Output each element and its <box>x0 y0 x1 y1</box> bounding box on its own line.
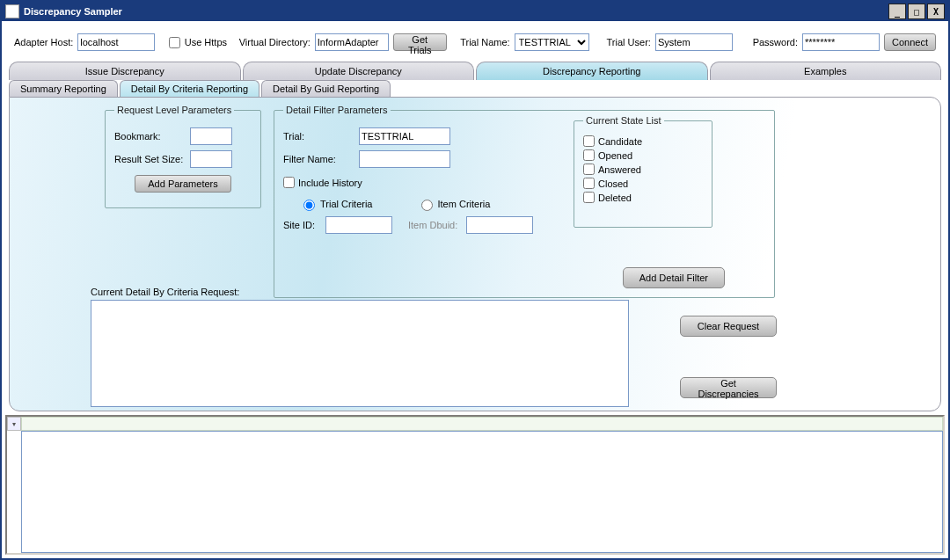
subtab-summary-reporting[interactable]: Summary Reporting <box>9 80 118 97</box>
state-closed-label: Closed <box>598 178 628 189</box>
current-state-list-group: Current State List Candidate Opened Answ… <box>574 115 712 228</box>
trial-user-label: Trial User: <box>607 37 651 47</box>
bookmark-label: Bookmark: <box>114 131 190 142</box>
window-title: Discrepancy Sampler <box>24 6 122 17</box>
subtab-detail-by-criteria[interactable]: Detail By Criteria Reporting <box>120 80 259 97</box>
trial-user-input[interactable] <box>655 33 733 51</box>
request-level-legend: Request Level Parameters <box>114 105 234 115</box>
tab-update-discrepancy[interactable]: Update Discrepancy <box>243 62 475 80</box>
site-id-label: Site ID: <box>283 220 325 230</box>
state-deleted-label: Deleted <box>598 193 632 203</box>
state-answered-label: Answered <box>598 164 641 175</box>
password-input[interactable] <box>802 33 880 51</box>
current-request-label: Current Detail By Criteria Request: <box>91 287 239 297</box>
trial-label: Trial: <box>283 131 359 142</box>
trial-input[interactable] <box>359 127 450 145</box>
minimize-button[interactable]: _ <box>888 4 906 19</box>
item-dbuid-input <box>466 216 533 234</box>
item-dbuid-label: Item Dbuid: <box>408 220 466 230</box>
state-opened-checkbox[interactable] <box>583 149 595 161</box>
main-panel: Request Level Parameters Bookmark: Resul… <box>9 97 941 411</box>
clear-request-button[interactable]: Clear Request <box>680 316 777 337</box>
state-candidate-label: Candidate <box>598 136 642 147</box>
add-detail-filter-button[interactable]: Add Detail Filter <box>623 267 725 288</box>
trial-name-select[interactable]: TESTTRIAL <box>515 33 590 51</box>
tab-discrepancy-reporting[interactable]: Discrepancy Reporting <box>476 62 708 80</box>
connect-button[interactable]: Connect <box>884 33 936 51</box>
state-closed-checkbox[interactable] <box>583 178 595 189</box>
use-https-label: Use Https <box>185 37 227 47</box>
include-history-checkbox[interactable] <box>283 177 295 188</box>
state-deleted-checkbox[interactable] <box>583 192 595 203</box>
detail-filter-legend: Detail Filter Parameters <box>283 105 391 115</box>
use-https-checkbox[interactable] <box>169 37 180 48</box>
tab-issue-discrepancy[interactable]: Issue Discrepancy <box>9 62 241 80</box>
get-trials-button[interactable]: Get Trials <box>393 33 447 51</box>
result-set-size-label: Result Set Size: <box>114 154 190 164</box>
adapter-host-label: Adapter Host: <box>14 37 73 47</box>
current-state-legend: Current State List <box>583 115 664 126</box>
bookmark-input[interactable] <box>190 127 232 145</box>
trial-criteria-radio[interactable] <box>303 200 315 211</box>
state-candidate-checkbox[interactable] <box>583 135 595 147</box>
subtab-detail-by-guid[interactable]: Detail By Guid Reporting <box>261 80 391 97</box>
expand-results-toggle[interactable]: ▾ <box>7 417 21 431</box>
sub-tabs: Summary Reporting Detail By Criteria Rep… <box>9 80 941 97</box>
request-level-parameters-group: Request Level Parameters Bookmark: Resul… <box>105 105 261 208</box>
adapter-host-input[interactable] <box>77 33 155 51</box>
result-set-size-input[interactable] <box>190 150 232 168</box>
results-grid[interactable] <box>21 431 943 553</box>
results-area: ▾ <box>5 415 945 555</box>
tab-examples[interactable]: Examples <box>710 62 942 80</box>
title-bar: Discrepancy Sampler _ □ X <box>2 2 948 21</box>
maximize-button[interactable]: □ <box>908 4 925 19</box>
current-request-textarea[interactable] <box>91 300 629 407</box>
password-label: Password: <box>753 37 798 47</box>
content-area: Adapter Host: Use Https Virtual Director… <box>2 21 948 411</box>
state-answered-checkbox[interactable] <box>583 164 595 175</box>
detail-filter-parameters-group: Detail Filter Parameters Trial: Filter N… <box>274 105 775 298</box>
results-header-row <box>21 417 943 431</box>
include-history-label: Include History <box>298 178 362 188</box>
add-parameters-button[interactable]: Add Parameters <box>135 175 230 193</box>
get-discrepancies-button[interactable]: Get Discrepancies <box>680 377 777 398</box>
state-opened-label: Opened <box>598 150 632 161</box>
app-window: Discrepancy Sampler _ □ X Adapter Host: … <box>0 0 950 560</box>
connection-row: Adapter Host: Use Https Virtual Director… <box>9 28 941 60</box>
virtual-directory-input[interactable] <box>315 33 389 51</box>
main-tabs: Issue Discrepancy Update Discrepancy Dis… <box>9 62 941 80</box>
item-criteria-label: Item Criteria <box>438 199 491 209</box>
site-id-input[interactable] <box>325 216 392 234</box>
item-criteria-radio[interactable] <box>421 200 433 211</box>
close-button[interactable]: X <box>927 4 945 19</box>
filter-name-input[interactable] <box>359 150 450 168</box>
app-icon <box>5 4 19 18</box>
virtual-directory-label: Virtual Directory: <box>239 37 311 47</box>
trial-criteria-label: Trial Criteria <box>320 199 373 209</box>
trial-name-label: Trial Name: <box>460 37 509 47</box>
filter-name-label: Filter Name: <box>283 154 359 164</box>
